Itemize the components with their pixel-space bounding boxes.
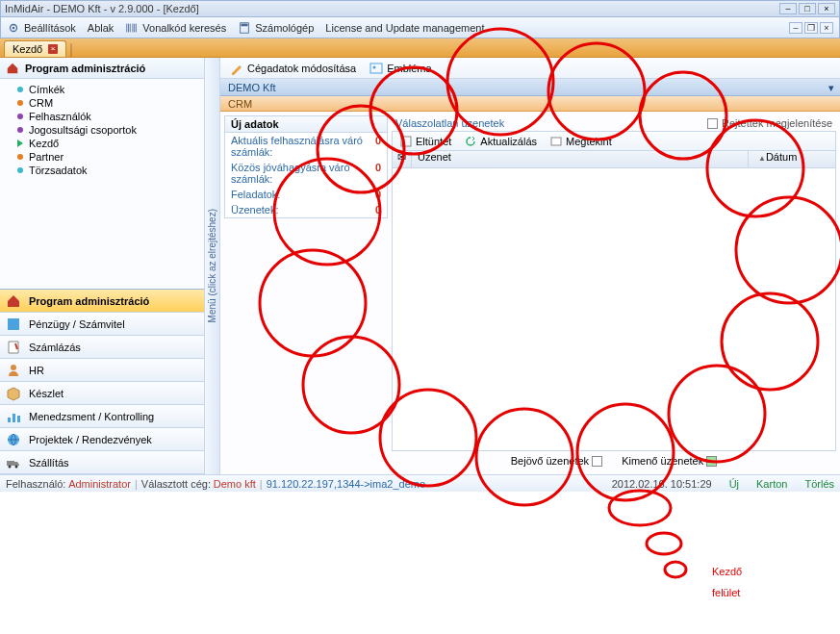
detail-toolbar: Cégadatok módosítása Embléma: [220, 58, 840, 79]
row-feladatok[interactable]: Feladatok:0: [225, 187, 387, 202]
row-kozos-szamlak[interactable]: Közös jóváhagyásra váró számlák:0: [225, 160, 387, 187]
tree-cimkek[interactable]: Címkék: [17, 83, 200, 96]
mdi-close-icon[interactable]: ×: [820, 22, 833, 34]
nav-menedzsment[interactable]: Menedzsment / Kontrolling: [0, 405, 204, 428]
tree-jogosultsagi[interactable]: Jogosultsági csoportok: [17, 123, 200, 137]
sort-asc-icon: ▲: [758, 154, 766, 163]
svg-rect-6: [8, 418, 11, 422]
btn-aktualizalas[interactable]: Aktualizálás: [465, 136, 537, 147]
nav-szamlazas[interactable]: Számlázás: [0, 336, 204, 359]
crm-band: CRM: [220, 96, 840, 112]
grid-header: ✉ Üzenet ▲Dátum: [393, 151, 835, 168]
status-connection: 91.120.22.197,1344->ima2_demo: [267, 478, 425, 490]
btn-eltuntet[interactable]: Eltüntet: [400, 136, 451, 147]
view-icon: [550, 136, 562, 147]
grid-col-icon[interactable]: ✉: [393, 151, 412, 167]
nav-stack: Program adminisztráció Pénzügy / Számvit…: [0, 289, 204, 474]
nav-hr[interactable]: HR: [0, 359, 204, 382]
status-user: Administrator: [68, 478, 131, 490]
tree-kezdo[interactable]: Kezdő: [17, 137, 200, 150]
refresh-icon: [465, 136, 476, 147]
sidebar-header: Program adminisztráció: [0, 58, 204, 79]
nav-program-admin[interactable]: Program adminisztráció: [0, 290, 204, 313]
close-icon[interactable]: ×: [818, 3, 835, 14]
btn-emblema[interactable]: Embléma: [369, 62, 431, 75]
menu-vonalkod[interactable]: Vonalkód keresés: [125, 21, 226, 35]
tree-felhasznalok[interactable]: Felhasználók: [17, 110, 200, 123]
svg-point-1: [13, 26, 15, 29]
menu-collapse-strip[interactable]: Menü (click az elrejtéshez): [205, 58, 220, 474]
nav-keszlet[interactable]: Készlet: [0, 382, 204, 405]
svg-rect-7: [13, 414, 15, 422]
person-icon: [6, 363, 21, 378]
tree-partner[interactable]: Partner: [17, 150, 200, 164]
svg-rect-10: [7, 461, 14, 466]
bullet-icon: [17, 114, 23, 119]
statusbar: Felhasználó: Administrator | Választott …: [0, 474, 840, 492]
filter-incoming[interactable]: Bejövő üzenetek: [511, 455, 602, 468]
new-data-panel: Új adatok Aktuális felhasználásra váró s…: [224, 115, 388, 218]
menu-beallitasok[interactable]: Beállítások: [7, 21, 76, 35]
row-uzenetek[interactable]: Üzenetek:0: [225, 202, 387, 217]
hide-icon: [400, 136, 412, 147]
tab-close-icon[interactable]: ×: [48, 44, 58, 54]
chevron-down-icon[interactable]: ▾: [828, 79, 834, 95]
mdi-minimize-icon[interactable]: –: [789, 22, 802, 34]
tree-crm[interactable]: CRM: [17, 96, 200, 110]
status-torles[interactable]: Törlés: [804, 478, 834, 490]
svg-point-33: [647, 533, 681, 554]
mdi-restore-icon[interactable]: ❐: [804, 22, 818, 34]
annotation-text: Kezdőfelület: [712, 558, 742, 600]
btn-megtekint[interactable]: Megtekint: [550, 136, 612, 147]
svg-point-14: [373, 65, 376, 68]
show-hidden-toggle[interactable]: Rejtettek megjelenítése: [707, 117, 832, 129]
svg-point-12: [15, 465, 18, 468]
nav-penzugy[interactable]: Pénzügy / Számvitel: [0, 313, 204, 336]
btn-cegadatok-modositasa[interactable]: Cégadatok módosítása: [230, 62, 356, 75]
box-icon: [6, 386, 21, 401]
maximize-icon[interactable]: □: [799, 3, 816, 14]
tab-kezdo[interactable]: Kezdő ×: [4, 40, 66, 57]
messages-grid[interactable]: ✉ Üzenet ▲Dátum: [392, 150, 836, 451]
panel-header: Új adatok: [225, 116, 387, 133]
bullet-icon: [17, 87, 23, 92]
bullet-icon: [17, 167, 23, 173]
company-band[interactable]: DEMO Kft ▾: [220, 79, 840, 96]
checkbox-icon: [706, 456, 717, 467]
nav-szallitas[interactable]: Szállítás: [0, 451, 204, 474]
invoice-icon: [6, 340, 21, 355]
grid-col-uzenet[interactable]: Üzenet: [412, 151, 749, 167]
window-title: InMidAir - DEMO Kft - v 2.9.000 - [Kezdő…: [5, 3, 199, 14]
ledger-icon: [6, 317, 21, 332]
svg-rect-4: [8, 318, 19, 330]
menubar: Beállítások Ablak Vonalkód keresés Számo…: [0, 17, 840, 38]
svg-rect-13: [370, 63, 382, 73]
checkbox-icon: [707, 118, 718, 129]
tab-divider: [70, 43, 72, 57]
menu-szamologep[interactable]: Számológép: [238, 21, 314, 35]
status-uj[interactable]: Új: [729, 478, 739, 490]
messages-toolbar: Eltüntet Aktualizálás Megtekint: [392, 131, 836, 150]
menu-license[interactable]: License and Update management: [325, 22, 484, 34]
status-datetime: 2012.02.16. 10:51:29: [612, 478, 712, 490]
svg-rect-16: [551, 138, 561, 145]
bullet-icon: [17, 100, 23, 106]
svg-point-32: [609, 491, 671, 525]
bullet-icon: [17, 127, 23, 133]
svg-point-5: [11, 365, 16, 370]
arrow-icon: [17, 139, 23, 147]
messages-footer: Bejövő üzenetek Kimenő üzenetek: [392, 451, 836, 470]
row-aktualis-szamlak[interactable]: Aktuális felhasználásra váró számlák:0: [225, 133, 387, 160]
menu-ablak[interactable]: Ablak: [88, 22, 115, 34]
nav-projektek[interactable]: Projektek / Rendezvények: [0, 428, 204, 451]
status-karton[interactable]: Karton: [756, 478, 787, 490]
svg-point-11: [9, 465, 12, 468]
minimize-icon[interactable]: –: [779, 3, 797, 14]
svg-rect-8: [17, 416, 20, 422]
filter-outgoing[interactable]: Kimenő üzenetek: [622, 455, 717, 468]
grid-col-datum[interactable]: ▲Dátum: [749, 151, 835, 167]
tree-torzsadatok[interactable]: Törzsadatok: [17, 164, 200, 177]
messages-header: Válaszolatlan üzenetek Rejtettek megjele…: [392, 115, 836, 131]
svg-point-34: [665, 562, 686, 577]
chart-icon: [6, 409, 21, 424]
